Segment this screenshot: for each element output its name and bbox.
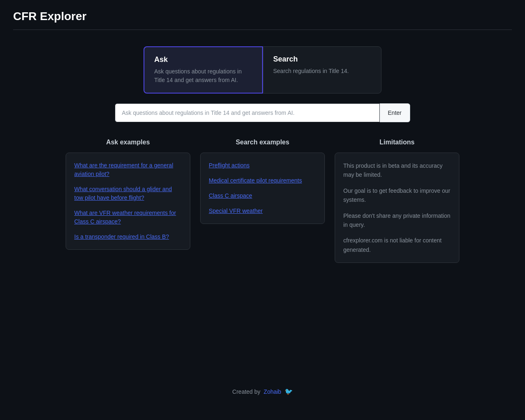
main-content: Ask Ask questions about regulations in T… <box>0 30 525 279</box>
limitation-3: Please don't share any private informati… <box>343 211 451 230</box>
limitations-column: Limitations This product is in beta and … <box>335 139 459 263</box>
twitter-icon: 🐦 <box>285 388 293 395</box>
tab-ask[interactable]: Ask Ask questions about regulations in T… <box>144 46 263 94</box>
ask-examples-title: Ask examples <box>66 139 190 146</box>
search-examples-title: Search examples <box>200 139 325 146</box>
ask-examples-box: What are the requirement for a general a… <box>66 153 190 250</box>
author-link[interactable]: Zohaib <box>264 388 281 395</box>
tab-ask-title: Ask <box>154 55 252 64</box>
tab-search-description: Search regulations in Title 14. <box>273 67 371 75</box>
search-example-2[interactable]: Medical certificate pilot requirements <box>209 176 316 185</box>
created-by-text: Created by <box>232 388 260 395</box>
tab-container: Ask Ask questions about regulations in T… <box>144 46 381 94</box>
search-example-3[interactable]: Class C airspace <box>209 192 316 200</box>
search-example-4[interactable]: Special VFR weather <box>209 207 316 215</box>
ask-example-1[interactable]: What are the requirement for a general a… <box>74 161 182 178</box>
footer: Created by Zohaib 🐦 <box>0 371 525 412</box>
ask-examples-column: Ask examples What are the requirement fo… <box>66 139 190 250</box>
ask-example-3[interactable]: What are VFR weather requirements for Cl… <box>74 209 182 226</box>
app-title: CFR Explorer <box>13 10 512 23</box>
limitations-title: Limitations <box>335 139 459 146</box>
search-examples-column: Search examples Preflight actions Medica… <box>200 139 325 224</box>
tab-search[interactable]: Search Search regulations in Title 14. <box>263 46 381 94</box>
search-examples-box: Preflight actions Medical certificate pi… <box>200 153 325 224</box>
limitations-box: This product is in beta and its accuracy… <box>335 153 459 263</box>
limitation-4: cfrexplorer.com is not liable for conten… <box>343 236 451 254</box>
ask-example-2[interactable]: What conversation should a glider and to… <box>74 185 182 202</box>
enter-button[interactable]: Enter <box>380 103 410 122</box>
search-example-1[interactable]: Preflight actions <box>209 161 316 170</box>
ask-example-4[interactable]: Is a transponder required in Class B? <box>74 233 182 241</box>
limitation-2: Our goal is to get feedback to improve o… <box>343 186 451 205</box>
search-input[interactable] <box>115 103 380 122</box>
limitation-1: This product is in beta and its accuracy… <box>343 161 451 180</box>
tab-ask-description: Ask questions about regulations in Title… <box>154 67 252 84</box>
tab-search-title: Search <box>273 55 371 64</box>
search-bar-container: Enter <box>115 103 410 122</box>
header: CFR Explorer <box>0 0 525 30</box>
examples-grid: Ask examples What are the requirement fo… <box>66 139 459 263</box>
